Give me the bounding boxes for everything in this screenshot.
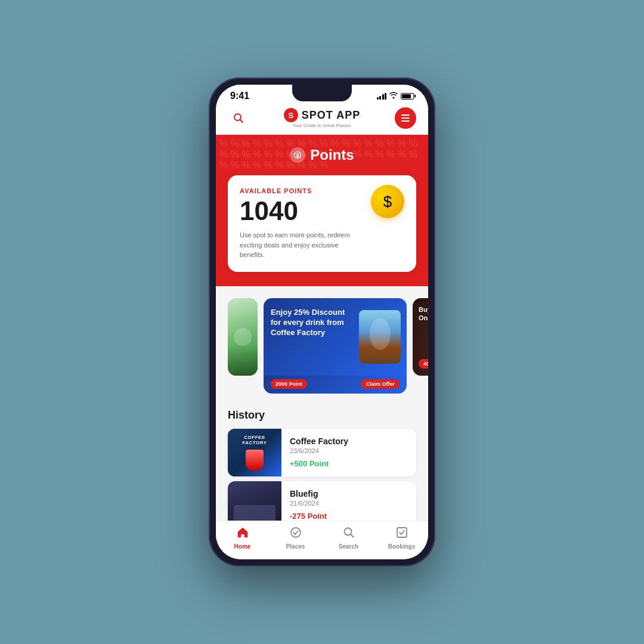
svg-line-1 [240, 120, 243, 123]
phone-screen: 9:41 [216, 85, 428, 559]
battery-icon [401, 93, 414, 100]
coin-icon: $ [371, 185, 404, 218]
bottom-navigation: Home Places Search [216, 521, 428, 559]
offer-card-text: Enjoy 25% Discount for every drink from … [271, 308, 348, 338]
app-header: S SPOT APP Your Guide to Great Places. [216, 104, 428, 135]
search-nav-icon [342, 526, 355, 541]
nav-item-search[interactable]: Search [331, 526, 367, 550]
history-item[interactable]: Bluefig 21/6/2024 -275 Point [228, 481, 416, 521]
drink-visual [359, 310, 401, 364]
side-offer-title: Buy One Get One [419, 305, 428, 323]
logo-icon: S [284, 108, 298, 122]
svg-line-5 [351, 534, 354, 537]
status-icons [377, 92, 414, 100]
history-item-points: -275 Point [290, 512, 408, 521]
history-item-name: Coffee Factory [290, 436, 408, 446]
signal-icon [377, 93, 387, 100]
nav-item-bookings[interactable]: Bookings [384, 526, 420, 550]
notch [292, 85, 352, 101]
history-item-info: Coffee Factory 23/6/2024 +500 Point [281, 429, 416, 475]
nav-label-bookings: Bookings [388, 543, 416, 550]
history-item-info: Bluefig 21/6/2024 -275 Point [281, 482, 416, 521]
offer-card-main[interactable]: Enjoy 25% Discount for every drink from … [264, 298, 407, 394]
left-card-visual [228, 298, 258, 376]
nav-item-places[interactable]: Places [278, 526, 314, 550]
home-icon [236, 526, 249, 541]
offer-card-side[interactable]: Buy One Get One 4000 Point [413, 298, 428, 376]
history-item-image-bluefig [228, 481, 281, 521]
offer-card-left-partial[interactable] [228, 298, 258, 376]
main-content: % % % % % % % % % % % % % % % % % % % % … [216, 135, 428, 521]
side-offer-points: 4000 Point [419, 359, 428, 369]
offer-drink-image [359, 310, 401, 364]
history-title: History [228, 409, 416, 422]
offers-section: Enjoy 25% Discount for every drink from … [216, 286, 428, 400]
nav-label-places: Places [286, 543, 305, 550]
svg-rect-6 [397, 528, 407, 537]
offer-points: 2000 Point [271, 379, 307, 389]
phone-device: 9:41 [209, 78, 435, 566]
history-item[interactable]: COFFEEFACTORY Coffee Factory 23/6/2024 +… [228, 429, 416, 476]
history-section: History COFFEEFACTORY Coffee Factor [216, 400, 428, 521]
points-card: AVAILABLE POINTS 1040 $ Use spot to earn… [228, 175, 416, 272]
offers-carousel: Enjoy 25% Discount for every drink from … [216, 298, 428, 394]
bookings-icon [395, 526, 408, 541]
history-item-date: 23/6/2024 [290, 447, 408, 454]
nav-label-search: Search [339, 543, 358, 550]
app-name: SPOT APP [302, 109, 360, 122]
points-description: Use spot to earn more points, redeem exc… [240, 230, 355, 260]
coffee-logo: COFFEEFACTORY [242, 435, 267, 446]
claim-offer-button[interactable]: Claim Offer [361, 379, 400, 389]
history-list: COFFEEFACTORY Coffee Factory 23/6/2024 +… [228, 429, 416, 521]
nav-label-home: Home [234, 543, 251, 550]
nav-item-home[interactable]: Home [225, 526, 261, 550]
wifi-icon [389, 92, 398, 100]
svg-point-3 [291, 528, 301, 537]
points-hero: % % % % % % % % % % % % % % % % % % % % … [216, 135, 428, 178]
search-button[interactable] [228, 107, 249, 129]
history-item-name: Bluefig [290, 489, 408, 499]
history-item-image-coffee: COFFEEFACTORY [228, 429, 281, 476]
offer-card-main-body: Enjoy 25% Discount for every drink from … [264, 298, 407, 376]
menu-button[interactable] [395, 107, 416, 129]
app-tagline: Your Guide to Great Places. [292, 123, 351, 128]
places-icon [289, 526, 302, 541]
offer-footer: 2000 Point Claim Offer [264, 376, 407, 394]
app-logo: S SPOT APP Your Guide to Great Places. [284, 108, 360, 128]
status-time: 9:41 [230, 91, 249, 101]
offer-title: Enjoy 25% Discount for every drink from … [271, 308, 348, 338]
points-icon [290, 147, 305, 163]
points-title: Points [216, 147, 428, 163]
history-item-date: 21/6/2024 [290, 500, 408, 507]
history-item-points: +500 Point [290, 459, 408, 468]
